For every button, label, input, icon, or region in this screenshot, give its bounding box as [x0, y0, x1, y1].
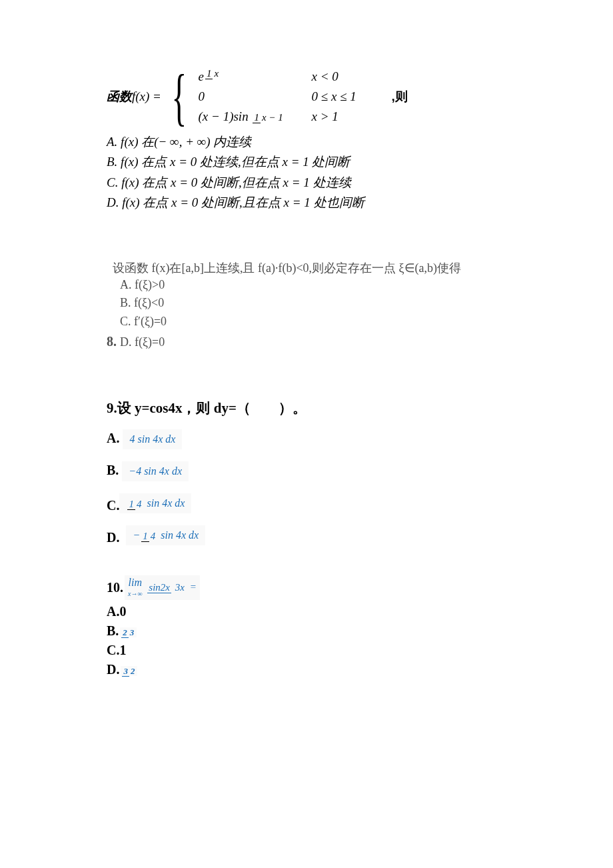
- q7-choice-B: B. f(x) 在点 x = 0 处连续,但在点 x = 1 处间断: [107, 152, 506, 172]
- q7-tail: ,则: [392, 87, 408, 107]
- q10-choice-B: B.23: [107, 623, 506, 639]
- q9-D-label: D.: [107, 530, 119, 545]
- q7-choice-A: A. f(x) 在(− ∞, + ∞) 内连续: [107, 132, 506, 152]
- q7-function-definition: 函数 f(x) = { e1x x < 0 0 0 ≤ x ≤ 1 (x − 1…: [107, 67, 506, 127]
- q9-stem-row: 9.设 y=cos4x，则 dy=（ ）。: [107, 399, 506, 417]
- q10-stem: 10. lim x→∞ sin2x 3x =: [107, 575, 506, 600]
- q7-fx-equals: f(x) =: [132, 87, 161, 107]
- page-content: 函数 f(x) = { e1x x < 0 0 0 ≤ x ≤ 1 (x − 1…: [0, 0, 613, 717]
- q8-choice-D: D. f(ξ)=0: [120, 335, 165, 349]
- q9-C-label: C.: [107, 498, 119, 513]
- q9-C-expr: 14 sin 4x dx: [119, 493, 191, 513]
- question-8: 设函数 f(x)在[a,b]上连续,且 f(a)·f(b)<0,则必定存在一点 …: [107, 260, 506, 353]
- question-10: 10. lim x→∞ sin2x 3x = A.0 B.23 C.1 D.32: [107, 575, 506, 677]
- q9-choice-D: D. −14 sin 4x dx: [107, 525, 506, 545]
- q7-choice-C: C. f(x) 在点 x = 0 处间断,但在点 x = 1 处连续: [107, 173, 506, 193]
- q7-choices: A. f(x) 在(− ∞, + ∞) 内连续 B. f(x) 在点 x = 0…: [107, 132, 506, 213]
- piecewise-table: e1x x < 0 0 0 ≤ x ≤ 1 (x − 1)sin 1x − 1 …: [199, 67, 392, 127]
- q9-stem-text: 设 y=cos4x，则 dy=（ ）。: [117, 400, 306, 416]
- left-brace-icon: {: [171, 67, 187, 127]
- q9-D-expr: −14 sin 4x dx: [126, 525, 205, 545]
- piece3-left: (x − 1)sin 1x − 1: [199, 107, 312, 127]
- q10-number: 10.: [107, 580, 123, 595]
- q9-A-expr: 4 sin 4x dx: [123, 429, 182, 449]
- piece1-left: e1x: [199, 67, 312, 87]
- q9-choice-A: A. 4 sin 4x dx: [107, 429, 506, 449]
- q9-number: 9.: [107, 400, 117, 416]
- q7-choice-D: D. f(x) 在点 x = 0 处间断,且在点 x = 1 处也间断: [107, 193, 506, 213]
- q9-B-expr: −4 sin 4x dx: [122, 461, 189, 481]
- question-9: 9.设 y=cos4x，则 dy=（ ）。 A. 4 sin 4x dx B. …: [107, 399, 506, 545]
- q10-choice-A: A.0: [107, 604, 506, 619]
- q9-A-label: A.: [107, 431, 119, 445]
- piece1-right: x < 0: [312, 67, 392, 87]
- q8-stem: 设函数 f(x)在[a,b]上连续,且 f(a)·f(b)<0,则必定存在一点 …: [107, 260, 506, 276]
- q8-last-row: 8.D. f(ξ)=0: [107, 331, 506, 352]
- q10-limit: lim x→∞ sin2x 3x =: [125, 575, 200, 600]
- q8-choice-B: B. f(ξ)<0: [120, 294, 506, 313]
- piece3-right: x > 1: [312, 107, 392, 127]
- q10-choice-C: C.1: [107, 643, 506, 658]
- q8-choice-C: C. f′(ξ)=0: [120, 313, 506, 331]
- q9-B-label: B.: [107, 463, 119, 477]
- piece2-right: 0 ≤ x ≤ 1: [312, 87, 392, 107]
- q10-choice-D: D.32: [107, 662, 506, 677]
- q9-choice-C: C. 14 sin 4x dx: [107, 493, 506, 513]
- question-7: 函数 f(x) = { e1x x < 0 0 0 ≤ x ≤ 1 (x − 1…: [107, 67, 506, 213]
- q8-choice-A: A. f(ξ)>0: [120, 276, 506, 295]
- q9-choice-B: B. −4 sin 4x dx: [107, 461, 506, 481]
- piece2-left: 0: [199, 87, 312, 107]
- q7-prefix: 函数: [107, 87, 132, 107]
